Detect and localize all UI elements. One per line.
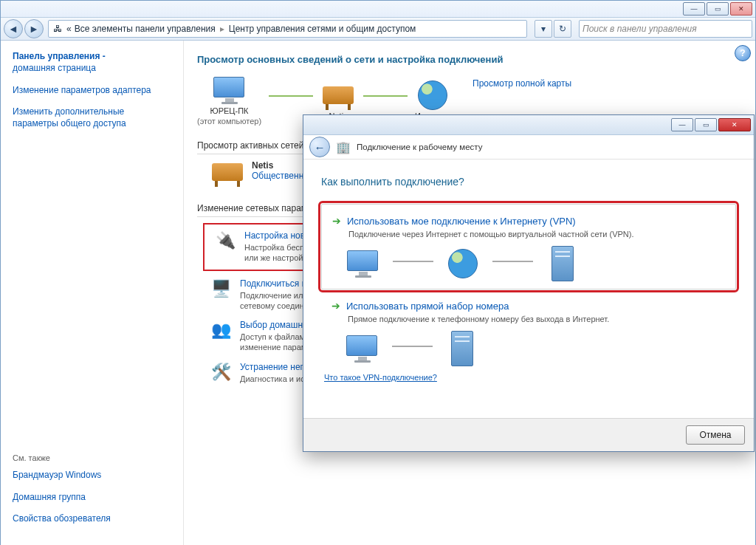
arrow-icon: ➔ xyxy=(332,215,341,227)
server-icon xyxy=(539,246,586,281)
nav-forward-button[interactable]: ► xyxy=(24,19,44,38)
link-adapter-settings[interactable]: Изменение параметров адаптера xyxy=(13,85,171,97)
connector-line xyxy=(393,261,433,262)
breadcrumb-chevrons: « xyxy=(66,24,72,34)
cp-home-line2[interactable]: домашняя страница xyxy=(13,63,171,75)
homegroup-icon: 👥 xyxy=(210,320,231,340)
bench-icon xyxy=(212,160,243,184)
link-what-is-vpn[interactable]: Что такое VPN-подключение? xyxy=(324,373,437,382)
breadcrumb-level2[interactable]: Центр управления сетями и общим доступом xyxy=(229,24,416,34)
dialog-question: Как выполнить подключение? xyxy=(321,176,736,188)
pc-icon xyxy=(212,75,247,105)
dialog-header: ← 🏢 Подключение к рабочему месту xyxy=(303,135,754,160)
server-icon xyxy=(439,331,486,366)
dropdown-history-button[interactable]: ▾ xyxy=(535,20,552,38)
link-full-map[interactable]: Просмотр полной карты xyxy=(472,78,571,89)
dialog-close-button[interactable]: ✕ xyxy=(718,118,751,131)
window-titlebar: — ▭ ✕ xyxy=(1,1,755,18)
nav-toolbar: ◄ ► 🖧 « Все элементы панели управления ▸… xyxy=(1,18,755,41)
monitor-icon xyxy=(340,246,387,281)
dialog-footer: Отмена xyxy=(303,418,754,451)
dialog-titlebar: — ▭ ✕ xyxy=(303,115,754,135)
dialog-maximize-button[interactable]: ▭ xyxy=(695,118,717,131)
search-input[interactable]: Поиск в панели управления xyxy=(579,20,752,38)
link-browser-props[interactable]: Свойства обозревателя xyxy=(13,513,171,525)
bench-icon xyxy=(320,80,356,110)
workplace-icon: 🏢 xyxy=(336,140,351,154)
workplace-connection-dialog: — ▭ ✕ ← 🏢 Подключение к рабочему месту К… xyxy=(303,114,755,452)
arrow-icon: ➔ xyxy=(331,300,340,312)
option-vpn-illustration xyxy=(340,246,725,281)
node-pc-name: ЮРЕЦ-ПК xyxy=(210,106,249,115)
breadcrumb[interactable]: 🖧 « Все элементы панели управления ▸ Цен… xyxy=(48,20,527,38)
connector-line xyxy=(492,261,533,262)
minimize-button[interactable]: — xyxy=(683,2,705,16)
link-firewall[interactable]: Брандмауэр Windows xyxy=(13,470,171,481)
maximize-button[interactable]: ▭ xyxy=(707,2,729,16)
option-dial-desc: Прямое подключение к телефонному номеру … xyxy=(348,315,736,323)
option-vpn-title: Использовать мое подключение к Интернету… xyxy=(347,216,576,227)
window-buttons: — ▭ ✕ xyxy=(683,2,752,16)
breadcrumb-separator: ▸ xyxy=(219,24,226,34)
globe-icon xyxy=(415,80,450,110)
dialog-body: Как выполнить подключение? ➔ Использоват… xyxy=(303,160,754,418)
help-icon[interactable]: ? xyxy=(735,45,751,61)
dialog-header-text: Подключение к рабочему месту xyxy=(357,143,482,151)
cp-home-line1[interactable]: Панель управления - xyxy=(13,51,171,61)
option-vpn-desc: Подключение через Интернет с помощью вир… xyxy=(348,230,725,239)
left-pane: Панель управления - домашняя страница Из… xyxy=(1,41,184,545)
control-panel-icon: 🖧 xyxy=(52,23,63,35)
connect-icon: 🖥️ xyxy=(210,278,231,299)
dialog-back-button[interactable]: ← xyxy=(309,137,330,157)
map-connector xyxy=(363,95,408,97)
option-dial-title: Использовать прямой набор номера xyxy=(346,301,509,312)
option-dial[interactable]: ➔ Использовать прямой набор номера Прямо… xyxy=(331,300,736,366)
troubleshoot-icon: 🛠️ xyxy=(210,362,231,383)
close-button[interactable]: ✕ xyxy=(730,2,752,16)
globe-icon xyxy=(439,246,487,281)
node-pc-sub: (этот компьютер) xyxy=(197,117,261,126)
cancel-button[interactable]: Отмена xyxy=(686,425,745,445)
option-vpn[interactable]: ➔ Использовать мое подключение к Интерне… xyxy=(321,204,736,289)
dialog-minimize-button[interactable]: — xyxy=(671,118,693,131)
see-also-title: См. также xyxy=(13,453,171,462)
new-connection-icon: 🔌 xyxy=(215,230,236,251)
search-placeholder: Поиск в панели управления xyxy=(583,24,697,34)
monitor-icon xyxy=(339,331,386,366)
see-also-section: См. также Брандмауэр Windows Домашняя гр… xyxy=(13,453,171,535)
refresh-button[interactable]: ↻ xyxy=(554,20,571,38)
map-connector xyxy=(269,95,313,97)
breadcrumb-level1[interactable]: Все элементы панели управления xyxy=(75,24,216,34)
link-sharing-settings[interactable]: Изменить дополнительные параметры общего… xyxy=(13,106,171,129)
nav-back-button[interactable]: ◄ xyxy=(4,19,23,38)
connector-line xyxy=(392,346,433,347)
node-this-pc: ЮРЕЦ-ПК (этот компьютер) xyxy=(197,75,261,126)
option-dial-illustration xyxy=(339,331,736,366)
page-title: Просмотр основных сведений о сети и наст… xyxy=(197,54,742,65)
link-homegroup[interactable]: Домашняя группа xyxy=(13,492,171,504)
